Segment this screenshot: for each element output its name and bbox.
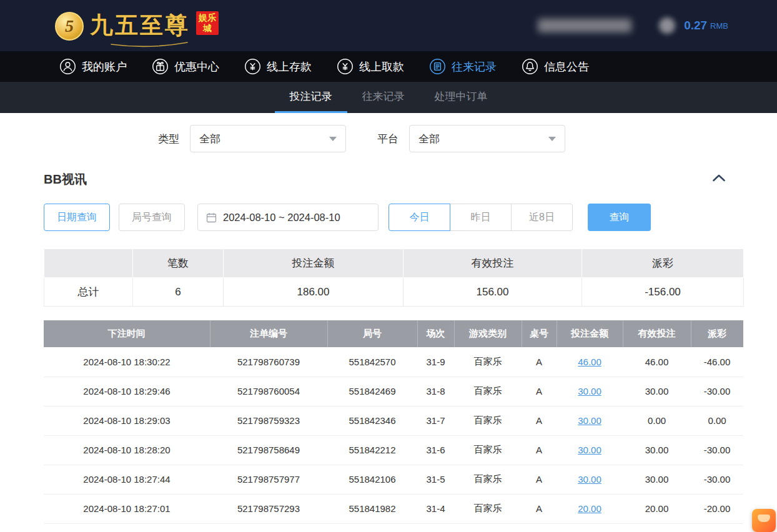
col-valid-bet: 有效投注	[623, 320, 691, 347]
user-icon	[59, 58, 76, 75]
logo-badge: 娱乐城	[196, 11, 219, 35]
summary-total-bet-amount: 186.00	[224, 278, 403, 307]
logo-coin-icon: 5	[55, 12, 84, 41]
search-button[interactable]: 查询	[588, 204, 651, 231]
payout: -46.00	[691, 347, 743, 377]
summary-header-count: 笔数	[133, 249, 224, 278]
session: 31-7	[417, 406, 454, 435]
filter-bar: 类型 全部 平台 全部	[158, 125, 777, 152]
nav-item-label: 往来记录	[452, 59, 497, 74]
date-range-input[interactable]: 2024-08-10 ~ 2024-08-10	[197, 204, 379, 231]
game-type: 百家乐	[454, 435, 522, 465]
summary-header-valid-bet: 有效投注	[403, 249, 582, 278]
bet-amount-link[interactable]: 46.00	[578, 357, 601, 367]
order-id: 521798757977	[210, 465, 327, 494]
yesterday-button[interactable]: 昨日	[450, 204, 512, 231]
today-label: 今日	[410, 211, 430, 224]
order-id: 521798759323	[210, 406, 327, 435]
nav-item-label: 信息公告	[544, 59, 589, 74]
nav-item-my-account[interactable]: 我的账户	[59, 58, 127, 75]
bell-icon	[522, 58, 538, 75]
table-code: A	[522, 494, 557, 523]
payout: -20.00	[691, 494, 743, 523]
nav-item-promotions[interactable]: 优惠中心	[152, 58, 219, 75]
search-label: 查询	[610, 211, 630, 224]
round-id: 551842106	[327, 465, 417, 494]
round-id: 551842570	[327, 347, 417, 377]
round-id: 551841982	[327, 494, 417, 523]
nav-item-announcements[interactable]: 信息公告	[522, 58, 589, 75]
col-bet-time: 下注时间	[44, 320, 210, 347]
tab-bet-records[interactable]: 投注记录	[275, 82, 347, 113]
nav-item-withdraw[interactable]: 线上取款	[337, 58, 404, 75]
bet-amount-link[interactable]: 30.00	[578, 445, 601, 455]
type-select[interactable]: 全部	[190, 125, 346, 152]
date-query-label: 日期查询	[57, 211, 97, 224]
round-id: 551842469	[327, 377, 417, 406]
bet-time: 2024-08-10 18:29:03	[44, 406, 210, 435]
payout: -30.00	[691, 465, 743, 494]
tab-pending-orders[interactable]: 处理中订单	[420, 82, 503, 113]
tab-label: 投注记录	[290, 89, 332, 104]
table-code: A	[522, 406, 557, 435]
bet-amount-link[interactable]: 30.00	[578, 415, 601, 426]
record-icon	[429, 58, 446, 75]
platform-select-value: 全部	[418, 132, 440, 146]
nav-item-transaction-records[interactable]: 往来记录	[429, 58, 497, 75]
payout: -30.00	[691, 435, 743, 465]
table-row: 2024-08-10 18:27:01 521798757293 5518419…	[44, 494, 743, 523]
round-query-label: 局号查询	[132, 211, 172, 224]
last8days-label: 近8日	[529, 211, 555, 224]
balance-coin-icon	[659, 17, 675, 34]
payout: -30.00	[691, 377, 743, 406]
chevron-up-icon[interactable]	[712, 174, 726, 182]
deposit-coin-icon	[244, 58, 261, 75]
session: 31-6	[417, 435, 454, 465]
bet-amount-link[interactable]: 30.00	[578, 386, 601, 397]
last8days-button[interactable]: 近8日	[511, 204, 573, 231]
round-id: 551842212	[327, 435, 417, 465]
bet-amount-link[interactable]: 30.00	[578, 474, 601, 485]
type-filter-label: 类型	[158, 132, 179, 146]
bet-amount-link[interactable]: 20.00	[578, 503, 601, 514]
summary-total-valid-bet: 156.00	[403, 278, 582, 307]
chevron-down-icon	[548, 137, 556, 141]
valid-bet: 30.00	[623, 377, 691, 406]
game-type: 百家乐	[454, 347, 522, 377]
page: 5 九五至尊 娱乐城 0.27 RMB 我的账户 优惠中心	[0, 0, 777, 532]
section-header: BB视讯	[44, 171, 733, 189]
quick-range-group: 今日 昨日 近8日	[388, 204, 573, 231]
session: 31-9	[417, 347, 454, 377]
table-row: 2024-08-10 18:30:22 521798760739 5518425…	[44, 347, 743, 377]
round-query-button[interactable]: 局号查询	[119, 204, 185, 231]
logo-title: 九五至尊	[90, 12, 190, 38]
summary-table: 笔数 投注金额 有效投注 派彩 总计 6 186.00 156.00 -156.…	[44, 249, 744, 307]
col-table: 桌号	[522, 320, 557, 347]
summary-header-payout: 派彩	[582, 249, 744, 278]
valid-bet: 0.00	[623, 406, 691, 435]
today-button[interactable]: 今日	[388, 204, 450, 231]
floating-promo-icon[interactable]	[752, 509, 776, 532]
order-id: 521798760054	[210, 377, 327, 406]
summary-total-row: 总计 6 186.00 156.00 -156.00	[44, 278, 744, 307]
summary-header-bet-amount: 投注金额	[224, 249, 403, 278]
balance-amount: 0.27	[684, 19, 707, 32]
section-title: BB视讯	[44, 172, 87, 186]
bet-time: 2024-08-10 18:29:46	[44, 377, 210, 406]
bet-time: 2024-08-10 18:28:20	[44, 435, 210, 465]
nav-item-deposit[interactable]: 线上存款	[244, 58, 312, 75]
tab-transaction-records[interactable]: 往来记录	[347, 82, 420, 113]
nav-item-label: 我的账户	[82, 59, 127, 74]
date-query-button[interactable]: 日期查询	[44, 204, 110, 231]
nav-item-label: 线上取款	[359, 59, 404, 74]
platform-select[interactable]: 全部	[409, 125, 565, 152]
table-code: A	[522, 465, 557, 494]
username-blurred	[538, 19, 631, 32]
site-logo[interactable]: 5 九五至尊 娱乐城	[55, 9, 219, 42]
table-row: 2024-08-10 18:29:46 521798760054 5518424…	[44, 377, 743, 406]
table-code: A	[522, 435, 557, 465]
logo-coin-digit: 5	[65, 16, 74, 36]
valid-bet: 20.00	[623, 494, 691, 523]
summary-total-count: 6	[133, 278, 224, 307]
logo-flourish-icon	[109, 41, 190, 48]
